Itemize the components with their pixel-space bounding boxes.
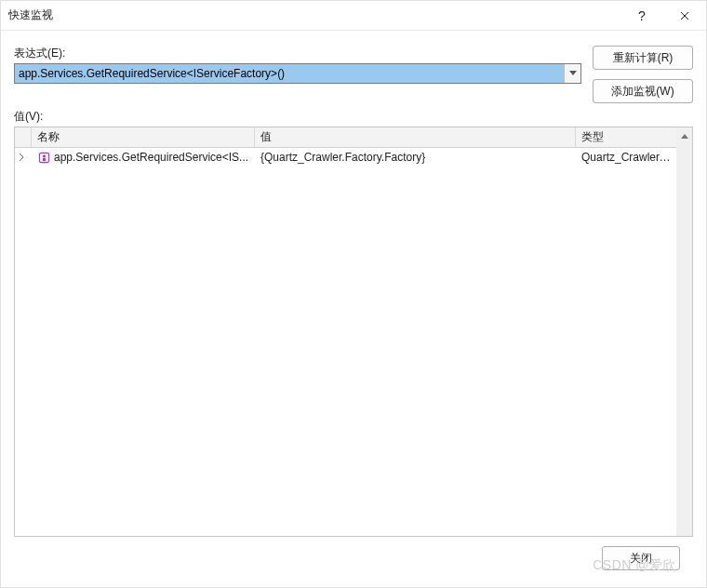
cell-name-text: app.Services.GetRequiredService<IS...: [54, 151, 248, 164]
vertical-scrollbar[interactable]: [676, 127, 692, 536]
object-icon: [37, 151, 50, 164]
grid-header: 名称 值 类型: [15, 127, 676, 148]
footer: 关闭 CSDN @爱欣: [14, 537, 693, 580]
table-row[interactable]: app.Services.GetRequiredService<IS... {Q…: [15, 148, 676, 167]
cell-type[interactable]: Quartz_Crawler.Ser...: [576, 151, 676, 164]
svg-rect-2: [43, 157, 46, 160]
expression-input[interactable]: [15, 64, 564, 83]
expression-row: 表达式(E): 重新计算(R) 添加监视(W): [14, 46, 693, 103]
results-grid: 名称 值 类型: [14, 127, 693, 537]
add-watch-button[interactable]: 添加监视(W): [593, 79, 693, 103]
close-icon: [680, 11, 689, 20]
expression-block: 表达式(E):: [14, 46, 581, 84]
chevron-up-icon: [681, 133, 688, 139]
svg-rect-0: [39, 153, 48, 162]
expression-label: 表达式(E):: [14, 46, 581, 61]
grid-header-gutter: [15, 127, 32, 147]
grid-body: app.Services.GetRequiredService<IS... {Q…: [15, 148, 676, 536]
cell-value[interactable]: {Quartz_Crawler.Factory.Factory}: [255, 151, 576, 164]
titlebar: 快速监视 ?: [1, 1, 706, 31]
row-expander[interactable]: [15, 153, 32, 162]
recalculate-button[interactable]: 重新计算(R): [593, 46, 693, 70]
close-window-button[interactable]: [663, 1, 706, 30]
chevron-down-icon: [569, 71, 577, 76]
cell-name[interactable]: app.Services.GetRequiredService<IS...: [32, 151, 255, 164]
value-label: 值(V):: [14, 109, 693, 125]
quickwatch-window: 快速监视 ? 表达式(E): 重新计算(R) 添加监视(W): [0, 0, 707, 588]
expression-dropdown-button[interactable]: [564, 64, 580, 83]
column-header-type[interactable]: 类型: [576, 127, 676, 147]
titlebar-controls: ?: [620, 1, 706, 30]
svg-point-1: [43, 154, 46, 157]
column-header-value[interactable]: 值: [255, 127, 576, 147]
scroll-up-button[interactable]: [676, 127, 692, 143]
help-button[interactable]: ?: [620, 1, 663, 30]
chevron-right-icon: [17, 153, 26, 162]
close-button[interactable]: 关闭: [602, 546, 680, 570]
side-buttons: 重新计算(R) 添加监视(W): [593, 46, 693, 103]
column-header-name[interactable]: 名称: [32, 127, 255, 147]
content-area: 表达式(E): 重新计算(R) 添加监视(W) 值(V): 名称 值 类型: [1, 31, 706, 587]
expression-combobox[interactable]: [14, 63, 581, 84]
window-title: 快速监视: [8, 7, 620, 23]
